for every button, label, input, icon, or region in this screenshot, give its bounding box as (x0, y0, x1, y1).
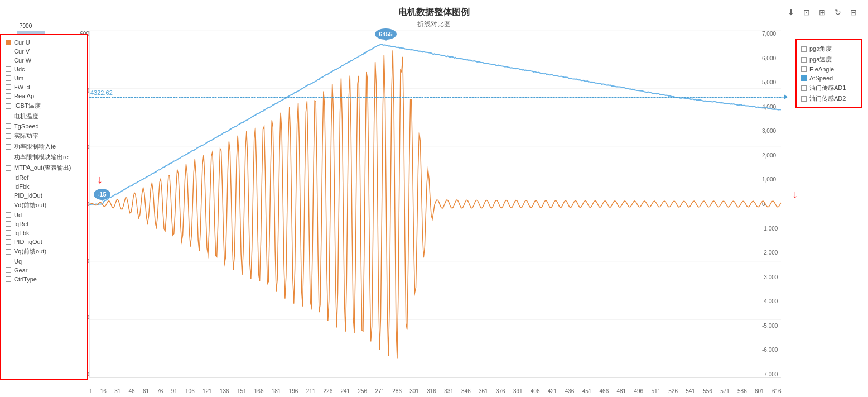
x-label-136: 136 (220, 388, 229, 394)
y-right-label: -7,000 (762, 371, 778, 377)
x-axis-labels: 1163146617691106121136151166181196211226… (89, 388, 782, 394)
x-label-556: 556 (703, 388, 712, 394)
tooltip-neg15: -15 (94, 189, 110, 200)
x-label-586: 586 (737, 388, 747, 394)
dashed-line (89, 97, 781, 98)
legend-item-IdFbk[interactable]: IdFbk (6, 182, 83, 191)
legend-item-Uq[interactable]: Uq (6, 257, 83, 266)
chart-subtitle: 折线对比图 (0, 20, 868, 29)
x-label-46: 46 (129, 388, 135, 394)
right-legend-item-AtSpeed[interactable]: AtSpeed (801, 74, 857, 83)
arrow2-icon: ↓ (792, 188, 798, 200)
x-label-436: 436 (565, 388, 575, 394)
x-label-61: 61 (143, 388, 149, 394)
x-label-346: 346 (461, 388, 471, 394)
x-label-241: 241 (341, 388, 350, 394)
x-label-301: 301 (409, 388, 419, 394)
y-right-label: 4,000 (762, 104, 776, 110)
legend-item-实际功率[interactable]: 实际功率 (6, 131, 83, 141)
x-label-256: 256 (358, 388, 367, 394)
x-label-406: 406 (531, 388, 540, 394)
x-label-481: 481 (617, 388, 626, 394)
x-label-286: 286 (392, 388, 402, 394)
legend-item-CtrlType[interactable]: CtrlType (6, 275, 83, 284)
legend-item-Ud[interactable]: Ud (6, 211, 83, 219)
x-label-211: 211 (306, 388, 316, 394)
legend-item-电机温度[interactable]: 电机温度 (6, 111, 83, 122)
y-right-label: 2,000 (762, 152, 776, 159)
arrow1-icon: ↓ (97, 173, 103, 186)
legend-item-Vq(前馈out)[interactable]: Vq(前馈out) (6, 246, 83, 257)
x-label-526: 526 (668, 388, 678, 394)
x-label-271: 271 (375, 388, 384, 394)
right-legend-item-油门传感AD2[interactable]: 油门传感AD2 (801, 93, 857, 104)
x-label-496: 496 (634, 388, 643, 394)
legend-item-功率限制模块输出re[interactable]: 功率限制模块输出re (6, 152, 83, 162)
legend-item-Cur U[interactable]: Cur U (6, 38, 83, 47)
legend-item-FW id[interactable]: FW id (6, 83, 83, 92)
legend-item-IqFbk[interactable]: IqFbk (6, 228, 83, 237)
x-label-316: 316 (427, 388, 436, 394)
legend-item-IqRef[interactable]: IqRef (6, 219, 83, 228)
x-label-361: 361 (479, 388, 488, 394)
right-legend-item-EleAngle[interactable]: EleAngle (801, 65, 857, 74)
refresh-icon[interactable]: ↻ (832, 7, 843, 18)
x-label-616: 616 (772, 388, 782, 394)
x-label-151: 151 (237, 388, 247, 394)
x-label-376: 376 (496, 388, 505, 394)
y-right-label: 5,000 (762, 79, 776, 85)
left-legend: Cur UCur VCur WUdcUmFW idRealApIGBT温度电机温… (0, 34, 88, 380)
right-legend-item-油门传感AD1[interactable]: 油门传感AD1 (801, 83, 857, 93)
y-right-label: 6,000 (762, 55, 776, 61)
legend-item-Cur W[interactable]: Cur W (6, 56, 83, 65)
legend-item-PID_iqOut[interactable]: PID_iqOut (6, 237, 83, 246)
x-label-166: 166 (254, 388, 264, 394)
legend-item-功率限制输入te[interactable]: 功率限制输入te (6, 141, 83, 152)
legend-item-Udc[interactable]: Udc (6, 65, 83, 74)
y-right-label: 3,000 (762, 128, 776, 134)
legend-item-MTPA_out(查表输出)[interactable]: MTPA_out(查表输出) (6, 162, 83, 173)
x-label-541: 541 (686, 388, 695, 394)
y-right-label: -1,000 (762, 226, 778, 232)
legend-item-Gear[interactable]: Gear (6, 266, 83, 275)
x-label-76: 76 (157, 388, 163, 394)
main-container: 电机数据整体图例 折线对比图 ⬇ ⊡ ⊞ ↻ ⊟ Cur UCur VCur W… (0, 0, 868, 397)
y-right-label: -5,000 (762, 323, 778, 329)
download-icon[interactable]: ⬇ (785, 7, 797, 18)
x-label-511: 511 (651, 388, 660, 394)
x-label-226: 226 (324, 388, 333, 394)
y-right-label: -6,000 (762, 347, 778, 353)
x-label-331: 331 (444, 388, 454, 394)
legend-item-IdRef[interactable]: IdRef (6, 173, 83, 182)
x-label-181: 181 (272, 388, 281, 394)
y-right-label: 7,000 (762, 31, 776, 37)
x-label-31: 31 (114, 388, 120, 394)
expand2-icon[interactable]: ⊞ (817, 7, 828, 18)
legend-item-RealAp[interactable]: RealAp (6, 92, 83, 101)
expand1-icon[interactable]: ⊡ (801, 7, 812, 18)
save-icon[interactable]: ⊟ (848, 7, 859, 18)
legend-item-Vd(前馈out)[interactable]: Vd(前馈out) (6, 200, 83, 211)
x-label-91: 91 (171, 388, 177, 394)
y-right-label: -4,000 (762, 298, 778, 304)
x-label-421: 421 (548, 388, 557, 394)
chart-title: 电机数据整体图例 (0, 0, 868, 18)
right-legend-item-pga速度[interactable]: pga速度 (801, 54, 857, 65)
legend-item-Cur V[interactable]: Cur V (6, 47, 83, 56)
legend-item-Um[interactable]: Um (6, 74, 83, 83)
x-label-16: 16 (100, 388, 107, 394)
x-label-1: 1 (89, 388, 93, 394)
legend-item-TgSpeed[interactable]: TgSpeed (6, 122, 83, 131)
x-label-571: 571 (720, 388, 730, 394)
x-label-196: 196 (289, 388, 298, 394)
legend-item-IGBT温度[interactable]: IGBT温度 (6, 101, 83, 111)
x-label-466: 466 (600, 388, 609, 394)
legend-item-PID_idOut[interactable]: PID_idOut (6, 191, 83, 200)
right-legend: pga角度pga速度EleAngleAtSpeed油门传感AD1油门传感AD2 (795, 39, 862, 108)
x-label-106: 106 (185, 388, 195, 394)
x-label-451: 451 (582, 388, 592, 394)
right-legend-item-pga角度[interactable]: pga角度 (801, 44, 857, 54)
main-chart (0, 0, 868, 397)
y-axis-right: 7,0006,0005,0004,0003,0002,0001,0000-1,0… (762, 31, 784, 377)
y-right-label: 1,000 (762, 176, 776, 183)
